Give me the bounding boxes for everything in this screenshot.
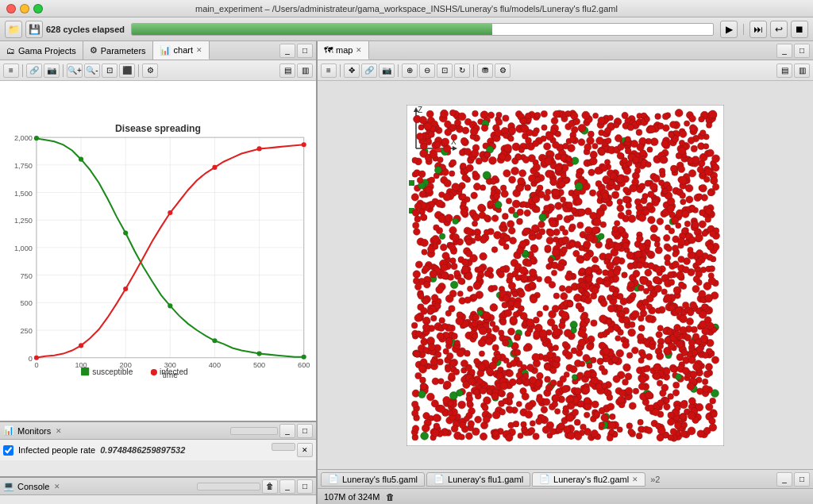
map-settings-btn[interactable]: ⚙ (495, 63, 511, 78)
map-area[interactable]: Z X (318, 81, 813, 469)
maximize-button[interactable] (33, 4, 43, 13)
svg-text:400: 400 (209, 361, 221, 369)
monitor-row-scrollbar[interactable] (272, 443, 295, 451)
map-layout-1[interactable]: ▤ (776, 63, 792, 78)
monitor-tab-close-icon[interactable]: ✕ (56, 427, 62, 435)
chart-inner-toolbar: ≡ 🔗 📷 🔍+ 🔍- ⊡ ⬛ ⚙ ▤ ▥ (0, 60, 316, 81)
chart-tab-close[interactable]: ✕ (196, 46, 202, 54)
svg-text:0: 0 (29, 355, 33, 363)
chart-tab-icon: 📊 (160, 45, 171, 56)
flu2-icon: 📄 (539, 474, 550, 484)
map-toolbar-collapse[interactable]: ≡ (321, 63, 337, 78)
flu2-tab-close[interactable]: ✕ (632, 475, 638, 483)
map-tab-label: map (336, 45, 353, 55)
console-clear-btn[interactable]: 🗑 (262, 479, 278, 494)
monitor-min-btn[interactable]: _ (279, 424, 295, 438)
monitor-scrollbar[interactable] (230, 427, 278, 435)
tab-flu5[interactable]: 📄 Luneray's flu5.gaml (321, 472, 425, 487)
map-zoom-in[interactable]: ⊕ (402, 63, 418, 78)
svg-point-36 (79, 157, 83, 162)
svg-text:600: 600 (298, 361, 310, 369)
disease-chart: Disease spreading (0, 81, 316, 421)
console-icon: 💻 (3, 481, 14, 491)
window-title: main_experiment – /Users/administrateur/… (195, 4, 618, 13)
map-move-btn[interactable]: ✥ (344, 63, 360, 78)
chart-zoom-in[interactable]: 🔍+ (67, 63, 83, 78)
map-fit-btn[interactable]: ⊡ (437, 63, 453, 78)
monitor-checkbox[interactable] (3, 445, 13, 456)
map-tab-close[interactable]: ✕ (356, 46, 362, 54)
content-area: 🗂 Gama Projects ⚙ Parameters 📊 chart ✕ _… (0, 41, 813, 504)
monitor-max-btn[interactable]: □ (297, 424, 313, 438)
monitor-icon: 📊 (3, 425, 14, 436)
chart-camera-btn[interactable]: 📷 (44, 63, 60, 78)
tab-parameters[interactable]: ⚙ Parameters (83, 41, 153, 60)
map-layers-btn[interactable]: ⛃ (477, 63, 493, 78)
svg-point-42 (34, 356, 39, 360)
step-button[interactable]: ⏭ (749, 21, 767, 38)
infected-rate-value: 0.9748486259897532 (100, 445, 185, 455)
map-zoom-out[interactable]: ⊖ (419, 63, 435, 78)
svg-point-35 (34, 136, 39, 140)
bottom-min-btn[interactable]: _ (776, 472, 792, 487)
svg-text:1,000: 1,000 (14, 244, 33, 252)
stop-button[interactable]: ⏹ (791, 21, 808, 38)
close-button[interactable] (6, 4, 16, 13)
window-controls[interactable] (6, 4, 43, 13)
progress-wrapper: 628 cycles elapsed (46, 23, 717, 36)
svg-point-43 (79, 343, 83, 348)
toolbar-sep (743, 24, 744, 35)
chart-fit[interactable]: ⊡ (102, 63, 118, 78)
toolbar-divider-2 (63, 64, 64, 77)
tab-flu2[interactable]: 📄 Luneray's flu2.gaml ✕ (532, 472, 645, 487)
tab-flu1[interactable]: 📄 Luneray's flu1.gaml (426, 472, 530, 487)
map-camera-btn[interactable]: 📷 (379, 63, 395, 78)
chart-link-btn[interactable]: 🔗 (26, 63, 42, 78)
memory-label: 107M of 324M (324, 492, 380, 502)
flu5-label: Luneray's flu5.gaml (342, 475, 418, 484)
tab-map[interactable]: 🗺 map ✕ (318, 41, 369, 60)
bottom-max-btn[interactable]: □ (794, 472, 810, 487)
minimize-panel-btn[interactable]: _ (279, 44, 295, 58)
toolbar-divider-3 (138, 64, 139, 77)
map-div-1 (340, 64, 341, 77)
tab-chart[interactable]: 📊 chart ✕ (153, 41, 210, 60)
maximize-panel-btn[interactable]: □ (297, 44, 313, 58)
main-toolbar: 📁 💾 628 cycles elapsed ▶ ⏭ ↩ ⏹ (0, 17, 813, 41)
monitor-tab-bar: 📊 Monitors ✕ _ □ (0, 422, 316, 440)
map-max-btn[interactable]: □ (794, 44, 810, 58)
toolbar-file-btn[interactable]: 📁 (5, 21, 22, 38)
map-div-2 (398, 64, 399, 77)
console-scrollbar[interactable] (197, 483, 260, 491)
map-tab-icon: 🗺 (324, 45, 333, 55)
progress-bar (131, 23, 714, 36)
tab-gama-projects[interactable]: 🗂 Gama Projects (0, 41, 83, 60)
map-layout-2[interactable]: ▥ (794, 63, 810, 78)
chart-settings[interactable]: ⚙ (142, 63, 158, 78)
rewind-button[interactable]: ↩ (770, 21, 788, 38)
map-canvas: Z X (406, 105, 724, 446)
svg-text:500: 500 (21, 299, 33, 307)
svg-text:750: 750 (21, 272, 33, 280)
map-min-btn[interactable]: _ (776, 44, 792, 58)
chart-layout-1[interactable]: ▤ (279, 63, 295, 78)
parameters-label: Parameters (101, 46, 146, 56)
monitor-row: Infected people rate 0.9748486259897532 … (3, 441, 313, 459)
console-max-btn[interactable]: □ (297, 479, 313, 494)
minimize-button[interactable] (20, 4, 29, 13)
svg-rect-49 (81, 367, 89, 375)
chart-layout-2[interactable]: ▥ (297, 63, 313, 78)
chart-zoom-box[interactable]: ⬛ (119, 63, 135, 78)
svg-text:susceptible: susceptible (92, 367, 133, 376)
map-rotate-btn[interactable]: ↻ (454, 63, 470, 78)
more-tabs-indicator[interactable]: »2 (647, 475, 663, 484)
console-tab-close-icon[interactable]: ✕ (54, 483, 60, 491)
console-min-btn[interactable]: _ (279, 479, 295, 494)
toolbar-save-btn[interactable]: 💾 (25, 21, 43, 38)
map-link-btn[interactable]: 🔗 (361, 63, 377, 78)
chart-toolbar-collapse[interactable]: ≡ (3, 63, 19, 78)
play-button[interactable]: ▶ (720, 21, 738, 38)
svg-point-48 (302, 142, 306, 147)
chart-zoom-out[interactable]: 🔍- (84, 63, 100, 78)
monitor-row-close[interactable]: ✕ (297, 443, 313, 457)
